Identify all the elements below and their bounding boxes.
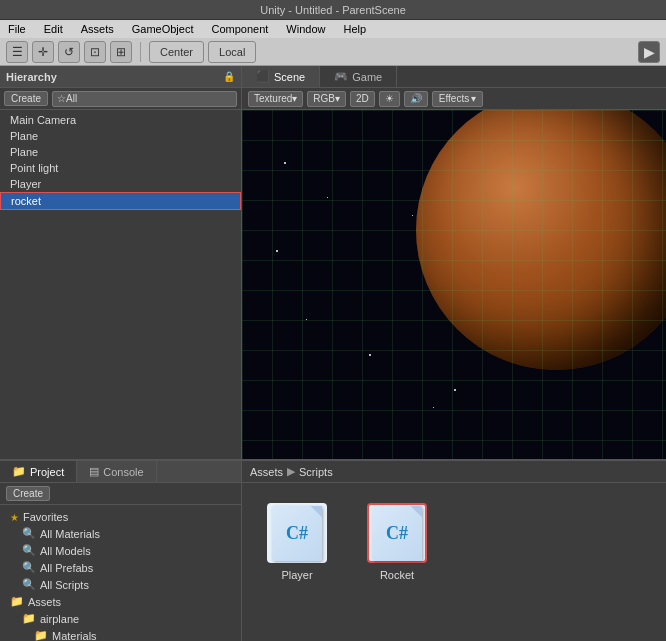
favorites-star-icon: ★ <box>10 512 19 523</box>
shading-dropdown[interactable]: Textured ▾ <box>248 91 303 107</box>
game-tab-label: Game <box>352 71 382 83</box>
project-content: ★ Favorites 🔍 All Materials 🔍 All Models… <box>0 505 241 641</box>
hierarchy-item-plane-1[interactable]: Plane <box>0 128 241 144</box>
materials-folder[interactable]: 📁 Materials <box>6 627 235 641</box>
title-text: Unity - Untitled - ParentScene <box>260 4 406 16</box>
rect-tool-btn[interactable]: ⊞ <box>110 41 132 63</box>
hierarchy-list: Main Camera Plane Plane Point light Play… <box>0 110 241 459</box>
hierarchy-toolbar: Create <box>0 88 241 110</box>
effects-btn[interactable]: Effects ▾ <box>432 91 483 107</box>
search-icon-3: 🔍 <box>22 561 36 574</box>
player-cs-text: C# <box>286 523 308 544</box>
project-tabs: 📁 Project ▤ Console <box>0 461 241 483</box>
breadcrumb-scripts[interactable]: Scripts <box>299 466 333 478</box>
hierarchy-search-input[interactable] <box>52 91 237 107</box>
hierarchy-item-plane-2[interactable]: Plane <box>0 144 241 160</box>
hierarchy-title: Hierarchy <box>6 71 57 83</box>
lighting-toggle[interactable]: ☀ <box>379 91 400 107</box>
scene-tab[interactable]: ⬛ Scene <box>242 66 320 87</box>
audio-toggle[interactable]: 🔊 <box>404 91 428 107</box>
color-mode-dropdown[interactable]: RGB ▾ <box>307 91 346 107</box>
menu-bar: File Edit Assets GameObject Component Wi… <box>0 20 666 38</box>
favorites-label: Favorites <box>23 511 68 523</box>
rotate-tool-btn[interactable]: ↺ <box>58 41 80 63</box>
project-tab-icon: 📁 <box>12 465 26 478</box>
assets-area: Assets ▶ Scripts C# Player C# <box>242 461 666 641</box>
all-prefabs-label: All Prefabs <box>40 562 93 574</box>
console-tab-icon: ▤ <box>89 465 99 478</box>
hierarchy-item-main-camera[interactable]: Main Camera <box>0 112 241 128</box>
play-button[interactable]: ▶ <box>638 41 660 63</box>
all-models-item[interactable]: 🔍 All Models <box>6 542 235 559</box>
menu-gameobject[interactable]: GameObject <box>128 23 198 35</box>
game-tab[interactable]: 🎮 Game <box>320 66 397 87</box>
assets-section[interactable]: 📁 Assets <box>6 593 235 610</box>
all-models-label: All Models <box>40 545 91 557</box>
color-mode-label: RGB <box>313 93 335 104</box>
hierarchy-panel: Hierarchy 🔒 Create Main Camera Plane Pla… <box>0 66 242 459</box>
center-btn[interactable]: Center <box>149 41 204 63</box>
menu-file[interactable]: File <box>4 23 30 35</box>
menu-assets[interactable]: Assets <box>77 23 118 35</box>
sun-icon: ☀ <box>385 93 394 104</box>
hierarchy-item-rocket[interactable]: rocket <box>0 192 241 210</box>
materials-label: Materials <box>52 630 97 642</box>
hand-tool-btn[interactable]: ☰ <box>6 41 28 63</box>
airplane-folder[interactable]: 📁 airplane <box>6 610 235 627</box>
scene-tab-icon: ⬛ <box>256 70 270 83</box>
rocket-asset-icon[interactable]: C# <box>367 503 427 563</box>
main-toolbar: ☰ ✛ ↺ ⊡ ⊞ Center Local ▶ <box>0 38 666 66</box>
materials-folder-icon: 📁 <box>34 629 48 641</box>
title-bar: Unity - Untitled - ParentScene <box>0 0 666 20</box>
effects-label: Effects <box>439 93 469 104</box>
project-create-btn[interactable]: Create <box>6 486 50 501</box>
assets-grid: C# Player C# Rocket <box>242 483 666 601</box>
local-btn[interactable]: Local <box>208 41 256 63</box>
effects-arrow-icon: ▾ <box>471 93 476 104</box>
console-tab[interactable]: ▤ Console <box>77 461 156 482</box>
airplane-folder-icon: 📁 <box>22 612 36 625</box>
scene-tabs: ⬛ Scene 🎮 Game <box>242 66 666 88</box>
audio-icon: 🔊 <box>410 93 422 104</box>
project-tab[interactable]: 📁 Project <box>0 461 77 482</box>
search-icon: 🔍 <box>22 527 36 540</box>
asset-item-player[interactable]: C# Player <box>262 503 332 581</box>
scene-tab-label: Scene <box>274 71 305 83</box>
2d-toggle[interactable]: 2D <box>350 91 375 107</box>
all-prefabs-item[interactable]: 🔍 All Prefabs <box>6 559 235 576</box>
player-cs-icon: C# <box>272 506 322 561</box>
shading-arrow-icon: ▾ <box>292 93 297 104</box>
main-layout: Hierarchy 🔒 Create Main Camera Plane Pla… <box>0 66 666 459</box>
menu-edit[interactable]: Edit <box>40 23 67 35</box>
breadcrumb-assets[interactable]: Assets <box>250 466 283 478</box>
console-tab-label: Console <box>103 466 143 478</box>
airplane-label: airplane <box>40 613 79 625</box>
move-tool-btn[interactable]: ✛ <box>32 41 54 63</box>
scale-tool-btn[interactable]: ⊡ <box>84 41 106 63</box>
favorites-section[interactable]: ★ Favorites <box>6 509 235 525</box>
hierarchy-lock-icon[interactable]: 🔒 <box>223 71 235 82</box>
all-materials-item[interactable]: 🔍 All Materials <box>6 525 235 542</box>
hierarchy-create-btn[interactable]: Create <box>4 91 48 106</box>
project-panel: 📁 Project ▤ Console Create ★ Favorites 🔍… <box>0 461 242 641</box>
menu-component[interactable]: Component <box>207 23 272 35</box>
all-scripts-item[interactable]: 🔍 All Scripts <box>6 576 235 593</box>
all-materials-label: All Materials <box>40 528 100 540</box>
color-mode-arrow-icon: ▾ <box>335 93 340 104</box>
2d-label: 2D <box>356 93 369 104</box>
bottom-layout: 📁 Project ▤ Console Create ★ Favorites 🔍… <box>0 459 666 641</box>
hierarchy-header-title: Hierarchy <box>6 71 57 83</box>
player-asset-label: Player <box>281 569 312 581</box>
hierarchy-item-point-light[interactable]: Point light <box>0 160 241 176</box>
rocket-asset-label: Rocket <box>380 569 414 581</box>
scene-canvas[interactable] <box>242 110 666 459</box>
hierarchy-item-player[interactable]: Player <box>0 176 241 192</box>
search-icon-4: 🔍 <box>22 578 36 591</box>
menu-help[interactable]: Help <box>339 23 370 35</box>
asset-item-rocket[interactable]: C# Rocket <box>362 503 432 581</box>
player-asset-icon[interactable]: C# <box>267 503 327 563</box>
shading-label: Textured <box>254 93 292 104</box>
menu-window[interactable]: Window <box>282 23 329 35</box>
toolbar-right: ▶ <box>638 41 660 63</box>
rocket-cs-icon: C# <box>372 506 422 561</box>
